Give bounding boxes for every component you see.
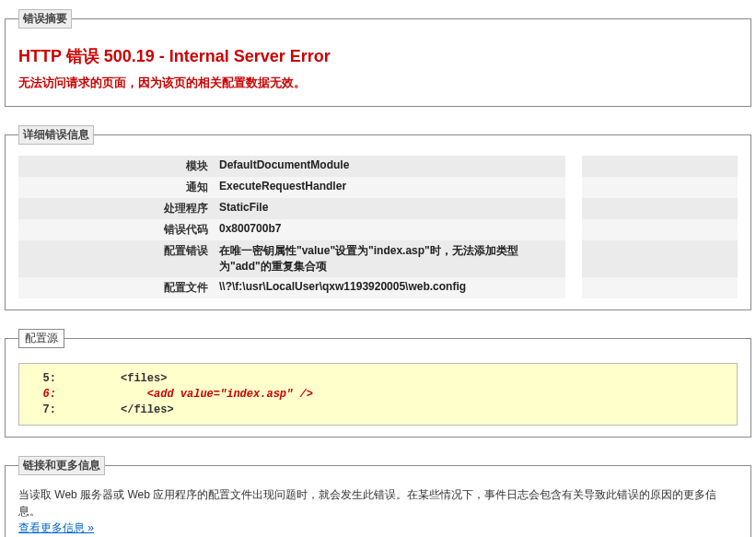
details-table: 模块DefaultDocumentModule 通知ExecuteRequest… (18, 156, 738, 298)
config-source-legend: 配置源 (18, 329, 64, 348)
more-info-link[interactable]: 查看更多信息 » (18, 521, 94, 534)
detail-label: 处理程序 (18, 198, 214, 219)
table-row: 模块DefaultDocumentModule (18, 156, 738, 177)
detail-label: 通知 (18, 177, 214, 198)
detail-value: DefaultDocumentModule (214, 156, 565, 177)
detail-label: 错误代码 (18, 219, 214, 240)
config-source-code: 5:<files>6: <add value="index.asp" />7:<… (18, 363, 738, 426)
table-row: 配置文件\\?\f:\usr\LocalUser\qxw1193920005\w… (18, 277, 738, 298)
detail-label: 模块 (18, 156, 214, 177)
error-title: HTTP 错误 500.19 - Internal Server Error (18, 45, 738, 67)
detail-value: \\?\f:\usr\LocalUser\qxw1193920005\web.c… (214, 277, 565, 298)
error-details-box: 详细错误信息 模块DefaultDocumentModule 通知Execute… (5, 125, 751, 310)
config-source-box: 配置源 5:<files>6: <add value="index.asp" /… (5, 329, 751, 438)
error-summary-legend: 错误摘要 (18, 9, 72, 29)
table-row: 错误代码0x800700b7 (18, 219, 738, 240)
error-details-legend: 详细错误信息 (18, 125, 94, 145)
config-line: 5:<files> (29, 371, 727, 387)
more-info-legend: 链接和更多信息 (18, 456, 105, 475)
detail-label: 配置错误 (18, 240, 214, 277)
error-summary-box: 错误摘要 HTTP 错误 500.19 - Internal Server Er… (5, 9, 751, 107)
detail-value: 0x800700b7 (214, 219, 565, 240)
detail-value: ExecuteRequestHandler (214, 177, 565, 198)
detail-value: 在唯一密钥属性"value"设置为"index.asp"时，无法添加类型为"ad… (214, 240, 565, 277)
detail-value: StaticFile (214, 198, 565, 219)
error-subtitle: 无法访问请求的页面，因为该页的相关配置数据无效。 (18, 75, 738, 91)
table-row: 处理程序StaticFile (18, 198, 738, 219)
more-info-box: 链接和更多信息 当读取 Web 服务器或 Web 应用程序的配置文件出现问题时，… (5, 456, 751, 537)
table-row: 配置错误在唯一密钥属性"value"设置为"index.asp"时，无法添加类型… (18, 240, 738, 277)
table-row: 通知ExecuteRequestHandler (18, 177, 738, 198)
config-line: 6: <add value="index.asp" /> (29, 387, 727, 403)
config-line: 7:</files> (29, 403, 727, 418)
more-info-text: 当读取 Web 服务器或 Web 应用程序的配置文件出现问题时，就会发生此错误。… (18, 488, 716, 518)
detail-label: 配置文件 (18, 277, 214, 298)
